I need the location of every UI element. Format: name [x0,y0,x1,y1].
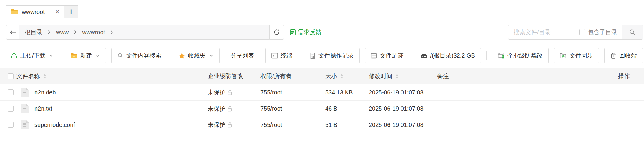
new-tab-button[interactable]: + [64,5,78,18]
trash-icon [610,53,616,59]
search-icon [629,29,636,36]
chevron-down-icon [209,53,214,58]
search-icon [117,53,123,59]
favorites-button[interactable]: 收藏夹 [173,48,220,63]
disk-icon [421,53,427,59]
new-button[interactable]: 新建 [65,48,106,63]
chevron-right-icon [47,30,51,35]
breadcrumb-item-www[interactable]: www [56,29,69,36]
tab-label: wwwroot [22,9,45,15]
include-subdir-checkbox[interactable] [579,29,585,35]
search-input[interactable] [508,29,579,36]
table-row[interactable]: n2n.txt 未保护 755/root 46 B 2025-06-19 01:… [0,101,644,117]
file-name[interactable]: supernode.conf [34,122,75,128]
perm-owner: 755/root [260,89,325,96]
favorites-label: 收藏夹 [188,52,206,60]
file-operation-log-button[interactable]: 文件操作记录 [304,48,360,63]
file-name[interactable]: n2n.txt [34,105,52,112]
perm-owner: 755/root [260,122,325,128]
breadcrumb-item-root[interactable]: 根目录 [25,28,42,36]
table-row[interactable]: n2n.deb 未保护 755/root 534.13 KB 2025-06-1… [0,84,644,101]
search-button[interactable] [622,25,643,40]
upload-download-button[interactable]: 上传/下载 [5,48,59,63]
unlock-icon [227,122,233,128]
toolbar-divider [486,51,487,60]
select-all-checkbox[interactable] [8,73,14,79]
file-operation-log-label: 文件操作记录 [318,52,354,60]
disk-usage-label: /(根目录)32.2 GB [430,52,475,60]
header-note: 备注 [437,72,449,80]
file-sync-label: 文件同步 [570,52,593,60]
recycle-bin-label: 回收站 [619,52,637,60]
file-content-search-button[interactable]: 文件内容搜索 [111,48,167,63]
feedback-icon [290,29,296,35]
refresh-button[interactable] [269,25,284,40]
plus-icon: + [69,7,74,17]
refresh-icon [273,29,280,36]
star-icon [179,53,185,59]
perm-owner: 755/root [260,105,325,112]
breadcrumb-item-wwwroot[interactable]: wwwroot [82,29,105,36]
modified-time: 2025-06-19 01:07:08 [369,105,437,112]
close-icon[interactable]: × [55,8,59,15]
terminal-button[interactable]: 终端 [265,48,298,63]
back-arrow-icon [9,30,16,35]
file-icon [21,120,29,129]
file-size: 46 B [325,105,369,112]
include-subdir-option[interactable]: 包含子目录 [579,28,617,36]
share-list-button[interactable]: 分享列表 [225,48,260,63]
terminal-icon [271,53,278,59]
file-table: 文件名称 企业级防篡改 权限/所有者 大小 修改时间 备注 操作 [0,68,644,133]
sort-icon[interactable] [396,74,399,78]
file-sync-button[interactable]: 文件同步 [554,48,599,63]
calendar-icon [371,53,377,59]
feedback-link[interactable]: 需求反馈 [290,28,321,36]
header-size: 大小 [325,72,337,80]
header-mtime: 修改时间 [369,72,392,80]
row-checkbox[interactable] [8,106,14,112]
header-tamper: 企业级防篡改 [208,72,243,80]
sort-icon[interactable] [340,74,343,78]
tamper-proof-label: 企业级防篡改 [507,52,543,60]
row-checkbox[interactable] [8,89,14,95]
toolbar: 上传/下载 新建 文件内容搜索 收藏夹 分享列表 [5,48,639,63]
back-button[interactable] [6,25,19,40]
file-footprint-label: 文件足迹 [380,52,404,60]
disk-usage-button[interactable]: /(根目录)32.2 GB [415,48,481,63]
upload-download-label: 上传/下载 [20,52,46,60]
tab-wwwroot[interactable]: wwwroot × [6,5,64,18]
tamper-status: 未保护 [208,105,225,113]
chevron-down-icon [49,53,54,58]
divider [0,43,644,43]
row-checkbox[interactable] [8,122,14,128]
tab-bar: wwwroot × + [0,0,644,18]
breadcrumb: 根目录 www wwwroot [19,25,270,40]
recycle-bin-button[interactable]: 回收站 [604,48,643,63]
path-row: 根目录 www wwwroot 需求反馈 包含子目录 [6,25,643,40]
feedback-label: 需求反馈 [298,28,321,36]
unlock-icon [227,89,233,96]
tamper-proof-button[interactable]: 企业级防篡改 [492,48,549,63]
sort-icon[interactable] [43,74,46,78]
file-icon [21,104,29,113]
modified-time: 2025-06-19 01:07:08 [369,89,437,96]
terminal-label: 终端 [281,52,293,60]
share-list-label: 分享列表 [231,52,254,60]
upload-icon [11,52,17,59]
tamper-status: 未保护 [208,88,225,96]
new-label: 新建 [80,52,92,60]
file-name[interactable]: n2n.deb [34,89,56,96]
header-action: 操作 [618,73,630,79]
folder-icon [11,9,18,15]
file-content-search-label: 文件内容搜索 [126,52,162,60]
modified-time: 2025-06-19 01:07:08 [369,122,437,128]
folder-sync-icon [560,53,567,59]
header-file-name: 文件名称 [16,72,40,80]
new-folder-icon [71,53,77,59]
include-subdir-label: 包含子目录 [588,28,617,36]
file-footprint-button[interactable]: 文件足迹 [365,48,409,63]
chevron-right-icon [110,30,114,35]
file-size: 51 B [325,122,369,128]
table-row[interactable]: supernode.conf 未保护 755/root 51 B 2025-06… [0,117,644,133]
chevron-right-icon [74,30,77,35]
